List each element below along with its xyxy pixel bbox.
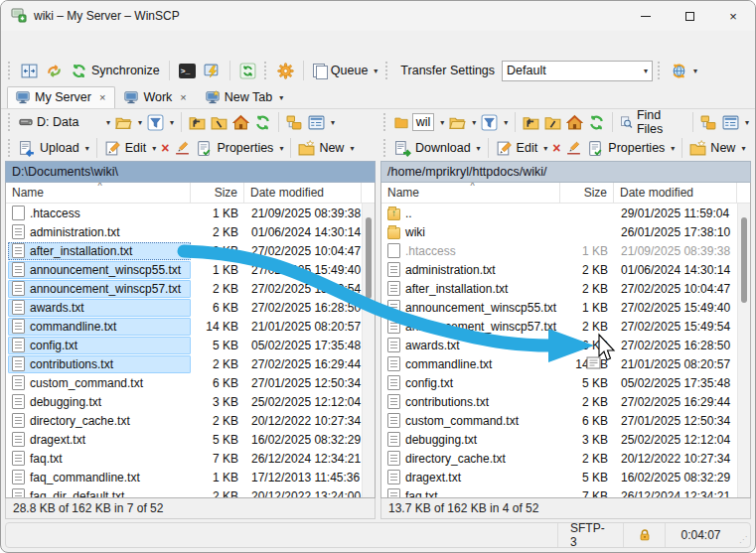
- file-row[interactable]: debugging.txt 3 KB 25/02/2025 12:12:04: [381, 430, 737, 449]
- open-directory-button[interactable]: ▾: [447, 112, 478, 133]
- console-commands-button[interactable]: [201, 61, 224, 81]
- delete-button[interactable]: ×: [550, 138, 562, 158]
- file-row[interactable]: .htaccess 1 KB 21/09/2025 08:39:38: [381, 241, 737, 260]
- tab-close-icon[interactable]: ×: [180, 91, 186, 103]
- toolbar-grip[interactable]: [8, 139, 13, 157]
- file-row[interactable]: awards.txt 6 KB 27/02/2025 16:28:50: [381, 336, 737, 354]
- file-row[interactable]: wiki 26/01/2025 17:38:10: [381, 222, 737, 241]
- file-row[interactable]: faq_dir_default.txt 2 KB 20/12/2022 13:2…: [6, 486, 362, 497]
- file-row[interactable]: announcement_winscp55.txt 1 KB 27/02/202…: [6, 260, 362, 279]
- open-directory-button[interactable]: ▾: [113, 112, 144, 133]
- file-row[interactable]: contributions.txt 2 KB 27/02/2025 16:29:…: [381, 392, 737, 411]
- file-row[interactable]: .. 29/01/2025 11:59:04: [381, 204, 737, 222]
- tab-my-server[interactable]: My Server ×: [7, 86, 115, 108]
- file-row[interactable]: custom_command.txt 6 KB 27/01/2025 12:50…: [381, 411, 737, 430]
- root-directory-button[interactable]: [209, 112, 229, 133]
- properties-button[interactable]: Properties ▾: [194, 138, 285, 159]
- directory-tree-button[interactable]: [698, 112, 719, 133]
- upload-button[interactable]: Upload ▾: [17, 138, 91, 159]
- protocol-indicator[interactable]: SFTP-3: [557, 523, 623, 547]
- transfer-settings-combo[interactable]: Default ▾: [502, 61, 653, 81]
- tab-new-tab[interactable]: New Tab ▾: [197, 86, 293, 108]
- refresh-directory-button[interactable]: [252, 112, 273, 133]
- session-duration[interactable]: 0:04:07: [665, 523, 736, 547]
- local-scrollbar[interactable]: [362, 204, 375, 497]
- file-row[interactable]: after_installation.txt 2 KB 27/02/2025 1…: [381, 279, 737, 298]
- home-directory-button[interactable]: [230, 112, 251, 133]
- refresh-directory-button[interactable]: [586, 112, 607, 133]
- preferences-button[interactable]: [274, 61, 297, 81]
- menu-item[interactable]: [23, 41, 37, 47]
- file-row[interactable]: faq_commandline.txt 1 KB 17/12/2013 11:4…: [6, 468, 362, 486]
- file-row[interactable]: commandline.txt 14 KB 21/01/2025 08:20:5…: [6, 317, 362, 336]
- file-row[interactable]: administration.txt 2 KB 01/06/2024 14:30…: [6, 222, 362, 241]
- close-button[interactable]: ×: [711, 1, 755, 31]
- file-row[interactable]: dragext.txt 5 KB 16/02/2025 08:32:29: [381, 468, 737, 486]
- file-row[interactable]: .htaccess 1 KB 21/09/2025 08:39:38: [6, 204, 362, 222]
- edit-button[interactable]: Edit ▾: [102, 138, 159, 159]
- file-row[interactable]: commandline.txt 14 KB 21/01/2025 08:20:5…: [381, 354, 737, 373]
- parent-directory-button[interactable]: [187, 112, 208, 133]
- download-button[interactable]: Download ▾: [392, 138, 483, 159]
- toolbar-grip[interactable]: [658, 62, 663, 79]
- file-row[interactable]: faq.txt 7 KB 26/12/2024 12:34:21: [381, 486, 737, 497]
- parent-directory-button[interactable]: [521, 112, 541, 133]
- open-console-button[interactable]: >_: [176, 62, 199, 80]
- toolbar-grip[interactable]: [8, 113, 13, 131]
- file-row[interactable]: awards.txt 6 KB 27/02/2025 16:28:50: [6, 298, 362, 317]
- column-header-date[interactable]: Date modified: [244, 183, 362, 203]
- file-row[interactable]: announcement_winscp57.txt 2 KB 27/02/202…: [381, 317, 737, 336]
- local-path-bar[interactable]: D:\Documents\wiki\: [5, 161, 376, 183]
- column-header-name[interactable]: Name ^: [6, 183, 191, 203]
- file-row[interactable]: config.txt 5 KB 05/02/2025 17:35:48: [381, 373, 737, 392]
- menu-item[interactable]: [9, 41, 23, 47]
- file-row[interactable]: contributions.txt 2 KB 27/02/2025 16:29:…: [6, 354, 362, 373]
- filter-button[interactable]: ▾: [145, 112, 176, 133]
- file-row[interactable]: debugging.txt 3 KB 25/02/2025 12:12:04: [6, 392, 362, 411]
- maximize-button[interactable]: [668, 1, 711, 31]
- menu-item[interactable]: [51, 41, 65, 47]
- synchronize-browsing-button[interactable]: [43, 61, 66, 81]
- menu-item[interactable]: [92, 41, 106, 47]
- file-row[interactable]: directory_cache.txt 2 KB 20/12/2022 10:2…: [381, 449, 737, 468]
- menu-item[interactable]: [106, 41, 120, 47]
- remote-scrollbar[interactable]: [737, 204, 750, 497]
- column-header-name[interactable]: Name ^: [381, 183, 560, 203]
- remote-directory-combo[interactable]: wil ▾: [392, 111, 447, 133]
- synchronize-button[interactable]: Synchronize: [68, 61, 163, 81]
- edit-button[interactable]: Edit ▾: [494, 138, 550, 159]
- toolbar-grip[interactable]: [383, 139, 388, 157]
- menu-item[interactable]: [37, 41, 51, 47]
- file-row[interactable]: dragext.txt 5 KB 16/02/2025 08:32:29: [6, 430, 362, 449]
- minimize-button[interactable]: [624, 1, 668, 31]
- column-header-size[interactable]: Size: [191, 183, 244, 203]
- file-row[interactable]: announcement_winscp57.txt 2 KB 27/02/202…: [6, 279, 362, 298]
- toolbar-grip[interactable]: [264, 62, 269, 79]
- menu-item[interactable]: [78, 41, 92, 47]
- toolbar-grip[interactable]: [8, 62, 13, 79]
- scrollbar-thumb[interactable]: [741, 217, 747, 303]
- toolbar-grip[interactable]: [385, 62, 390, 79]
- file-row[interactable]: announcement_winscp55.txt 1 KB 27/02/202…: [381, 298, 737, 317]
- transfer-mode-button[interactable]: ▾: [668, 61, 700, 81]
- tab-close-icon[interactable]: ×: [99, 91, 105, 103]
- resize-grip[interactable]: ⋰: [736, 523, 750, 547]
- encryption-indicator[interactable]: [623, 523, 665, 547]
- column-header-size[interactable]: Size: [560, 183, 614, 203]
- tab-work[interactable]: Work ×: [115, 86, 196, 108]
- remote-path-bar[interactable]: /home/mprikryl/httpdocs/wiki/: [380, 161, 751, 183]
- home-directory-button[interactable]: [564, 112, 585, 133]
- file-row[interactable]: custom_command.txt 6 KB 27/01/2025 12:50…: [6, 373, 362, 392]
- directory-tree-button[interactable]: [284, 112, 305, 133]
- delete-button[interactable]: ×: [159, 138, 171, 158]
- refresh-button[interactable]: [236, 61, 259, 81]
- layout-button[interactable]: [18, 61, 41, 81]
- properties-button[interactable]: Properties ▾: [585, 138, 677, 159]
- file-row[interactable]: faq.txt 7 KB 26/12/2024 12:34:21: [6, 449, 362, 468]
- drive-combo[interactable]: D: Data ▾: [17, 113, 112, 131]
- rename-button[interactable]: [563, 138, 584, 159]
- file-row[interactable]: directory_cache.txt 2 KB 20/12/2022 10:2…: [6, 411, 362, 430]
- root-directory-button[interactable]: [542, 112, 563, 133]
- file-row[interactable]: after_installation.txt 2 KB 27/02/2025 1…: [6, 241, 362, 260]
- scrollbar-thumb[interactable]: [366, 217, 372, 299]
